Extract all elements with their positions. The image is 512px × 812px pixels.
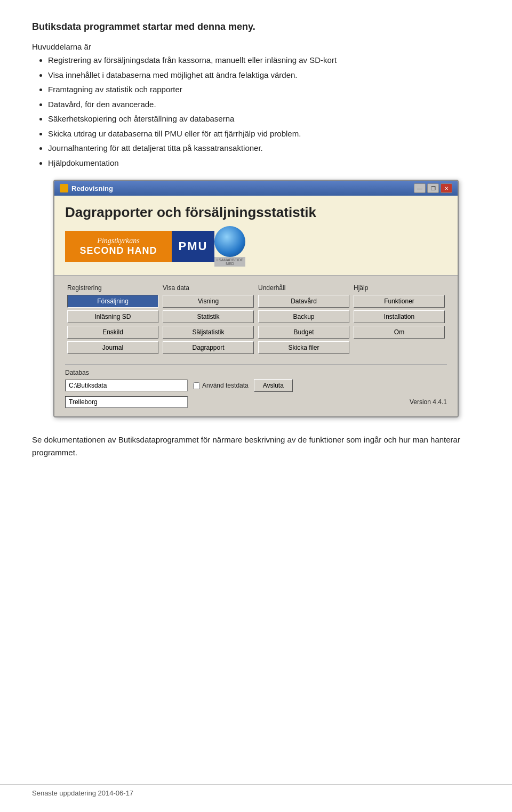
btn-datavard[interactable]: Datavård <box>258 295 349 308</box>
btn-om[interactable]: Om <box>354 326 445 339</box>
trelleborg-row: Version 4.4.1 <box>65 396 447 408</box>
window-controls: — ❐ ✕ <box>414 183 452 193</box>
trelleborg-input[interactable] <box>65 396 188 408</box>
list-item: Skicka utdrag ur databaserna till PMU el… <box>48 128 480 140</box>
pmu-text: PMU <box>179 239 208 253</box>
window-title: Redovisning <box>60 184 113 192</box>
window-body: Dagrapporter och försäljningsstatistik P… <box>54 196 458 416</box>
menu-col-hjalp: Hjälp Funktioner Installation Om <box>351 284 447 357</box>
btn-inlasning-sd[interactable]: Inläsning SD <box>67 310 158 323</box>
logo-circle <box>214 226 245 257</box>
testdata-checkbox-label[interactable]: Använd testdata <box>193 382 249 389</box>
bottom-paragraph: Se dokumentationen av Butiksdataprogramm… <box>32 433 480 459</box>
menu-label-hjalp: Hjälp <box>354 284 445 292</box>
btn-visning[interactable]: Visning <box>163 295 254 308</box>
btn-enskild[interactable]: Enskild <box>67 326 158 339</box>
window-app-icon <box>60 184 68 192</box>
databas-path-input[interactable] <box>65 380 188 391</box>
close-button[interactable]: ✕ <box>441 183 452 193</box>
list-item: Journalhantering för att detaljerat titt… <box>48 142 480 155</box>
window-content: Registrering Försäljning Inläsning SD En… <box>54 276 458 416</box>
second-hand-text: SECOND HAND <box>79 245 157 256</box>
minimize-button[interactable]: — <box>414 183 426 193</box>
btn-statistik[interactable]: Statistik <box>163 310 254 323</box>
testdata-checkbox[interactable] <box>193 382 200 389</box>
btn-budget[interactable]: Budget <box>258 326 349 339</box>
menu-columns: Registrering Försäljning Inläsning SD En… <box>65 284 447 357</box>
page-container: Butiksdata programmet startar med denna … <box>0 0 512 502</box>
btn-forsaljning[interactable]: Försäljning <box>67 295 158 308</box>
menu-col-visadata: Visa data Visning Statistik Säljstatisti… <box>161 284 256 357</box>
list-item: Hjälpdokumentation <box>48 157 480 170</box>
databas-label: Databas <box>65 369 447 376</box>
page-footer: Senaste uppdatering 2014-06-17 <box>0 784 512 801</box>
bullet-list: Registrering av försäljningsdata från ka… <box>48 54 480 169</box>
window-titlebar: Redovisning — ❐ ✕ <box>54 181 458 196</box>
list-item: Registrering av försäljningsdata från ka… <box>48 54 480 67</box>
menu-col-registrering: Registrering Försäljning Inläsning SD En… <box>65 284 161 357</box>
testdata-label: Använd testdata <box>202 382 249 389</box>
list-item: Framtagning av statistik och rapporter <box>48 84 480 96</box>
databas-section: Databas Använd testdata Avsluta Version … <box>65 364 447 408</box>
banner-orange: Pingstkyrkans SECOND HAND <box>65 231 172 262</box>
version-text: Version 4.4.1 <box>410 398 447 406</box>
btn-installation[interactable]: Installation <box>354 310 445 323</box>
avsluta-button[interactable]: Avsluta <box>254 379 293 392</box>
page-title: Butiksdata programmet startar med denna … <box>32 21 480 33</box>
restore-button[interactable]: ❐ <box>427 183 439 193</box>
banner-logo: Pingstkyrkans SECOND HAND PMU I SAMARBEI… <box>65 226 447 267</box>
list-item: Visa innehållet i databaserna med möjlig… <box>48 69 480 82</box>
intro-text: Huvuddelarna är <box>32 42 480 51</box>
window-header-banner: Dagrapporter och försäljningsstatistik P… <box>54 196 458 276</box>
btn-saljstatistik[interactable]: Säljstatistik <box>163 326 254 339</box>
menu-col-underhall: Underhåll Datavård Backup Budget Skicka … <box>256 284 351 357</box>
btn-dagrapport[interactable]: Dagrapport <box>163 341 254 354</box>
app-window: Redovisning — ❐ ✕ Dagrapporter och försä… <box>53 180 459 417</box>
banner-blue: PMU <box>172 231 214 262</box>
list-item: Säkerhetskopiering och återställning av … <box>48 113 480 125</box>
menu-label-visadata: Visa data <box>163 284 254 292</box>
btn-backup[interactable]: Backup <box>258 310 349 323</box>
btn-skicka-filer[interactable]: Skicka filer <box>258 341 349 354</box>
footer-text: Senaste uppdatering 2014-06-17 <box>32 789 133 797</box>
window-header-title: Dagrapporter och försäljningsstatistik <box>65 204 447 221</box>
menu-label-registrering: Registrering <box>67 284 158 292</box>
btn-journal[interactable]: Journal <box>67 341 158 354</box>
window-title-label: Redovisning <box>71 184 113 192</box>
banner-sub: I SAMARBEIDE MED <box>214 257 245 267</box>
btn-funktioner[interactable]: Funktioner <box>354 295 445 308</box>
databas-row: Använd testdata Avsluta <box>65 379 447 392</box>
menu-label-underhall: Underhåll <box>258 284 349 292</box>
list-item: Datavård, för den avancerade. <box>48 99 480 111</box>
pings-text: Pingstkyrkans <box>97 237 139 245</box>
